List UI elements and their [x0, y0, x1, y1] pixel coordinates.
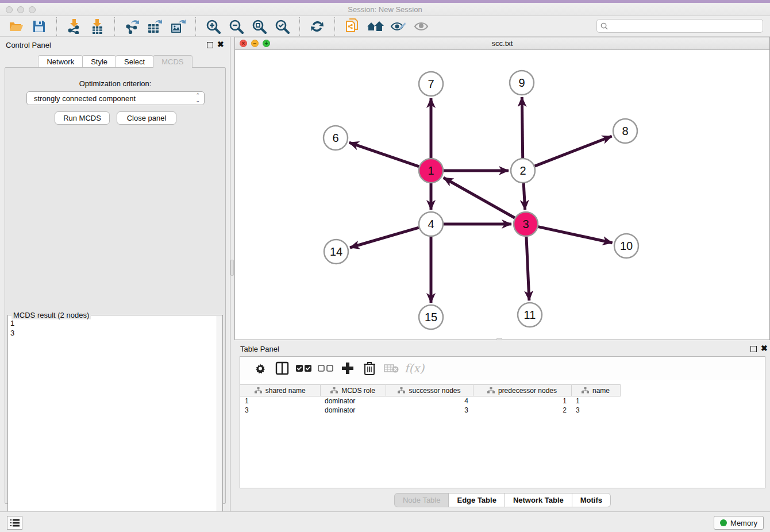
close-window-button[interactable] [6, 6, 13, 13]
edge-3-1[interactable] [444, 178, 515, 218]
network-maximize-icon[interactable]: + [263, 40, 270, 47]
network-minimize-icon[interactable]: − [251, 40, 259, 47]
toolbar-separator [299, 17, 300, 36]
export-table-icon[interactable] [144, 17, 167, 36]
node-15[interactable]: 15 [419, 305, 443, 329]
home-networks-icon[interactable] [364, 17, 387, 36]
node-4[interactable]: 4 [419, 212, 443, 236]
edge-2-9[interactable] [522, 97, 522, 158]
node-7[interactable]: 7 [419, 72, 443, 96]
table-cell[interactable]: 4 [386, 396, 473, 406]
network-close-icon[interactable]: × [240, 40, 247, 47]
network-window-titlebar[interactable]: × − + scc.txt [235, 37, 769, 50]
table-cell[interactable]: dominator [320, 406, 386, 415]
deselect-all-icon[interactable] [315, 359, 337, 377]
column-header-shared-name[interactable]: shared name [240, 385, 320, 396]
node-table[interactable]: shared nameMCDS rolesuccessor nodesprede… [240, 384, 621, 415]
node-1[interactable]: 1 [419, 159, 443, 183]
node-11[interactable]: 11 [518, 303, 542, 327]
tab-edge-table[interactable]: Edge Table [448, 493, 505, 507]
table-cell[interactable]: 3 [386, 406, 473, 415]
optimization-criterion-label: Optimization criterion: [5, 79, 225, 88]
edge-3-11[interactable] [526, 237, 529, 300]
export-image-icon[interactable] [167, 17, 190, 36]
column-header-successor-nodes[interactable]: successor nodes [386, 385, 473, 396]
export-network-icon[interactable] [121, 17, 144, 36]
table-cell[interactable]: 1 [473, 396, 571, 406]
result-scrollbar[interactable] [217, 316, 222, 532]
vertical-splitter-handle[interactable] [230, 260, 234, 276]
svg-text:9: 9 [518, 76, 525, 89]
zoom-window-button[interactable] [29, 6, 36, 13]
hierarchy-icon [255, 387, 262, 394]
table-cell[interactable]: dominator [320, 396, 386, 406]
table-cell[interactable]: 3 [571, 406, 620, 415]
criterion-value: strongly connected component [34, 94, 136, 103]
edge-2-8[interactable] [535, 136, 612, 166]
float-table-panel-icon[interactable] [750, 346, 757, 352]
zoom-in-icon[interactable] [202, 17, 225, 36]
close-panel-button[interactable]: Close panel [117, 111, 176, 125]
criterion-dropdown[interactable]: strongly connected component ⌃⌄ [26, 91, 205, 105]
node-14[interactable]: 14 [324, 240, 348, 264]
memory-button[interactable]: Memory [714, 516, 764, 530]
table-cell[interactable]: 2 [473, 406, 571, 415]
split-columns-icon[interactable] [271, 359, 293, 377]
zoom-selected-icon[interactable] [271, 17, 294, 36]
edge-3-10[interactable] [538, 227, 612, 243]
table-cell[interactable]: 1 [240, 396, 320, 406]
node-8[interactable]: 8 [613, 119, 637, 143]
node-10[interactable]: 10 [614, 234, 638, 258]
run-mcds-button[interactable]: Run MCDS [55, 111, 110, 125]
delete-table-icon[interactable] [380, 359, 402, 377]
import-table-icon[interactable] [86, 17, 109, 36]
edge-1-6[interactable] [349, 142, 419, 167]
close-panel-icon[interactable]: ✖ [217, 40, 224, 48]
save-icon[interactable] [28, 17, 51, 36]
memory-status-icon [720, 519, 727, 526]
table-cell[interactable]: 3 [240, 406, 320, 415]
table-row[interactable]: 3dominator323 [240, 406, 620, 415]
tab-motifs[interactable]: Motifs [572, 493, 611, 507]
close-table-panel-icon[interactable]: ✖ [761, 344, 768, 352]
tab-network[interactable]: Network [38, 55, 83, 68]
tab-select[interactable]: Select [116, 55, 153, 68]
column-header-MCDS-role[interactable]: MCDS role [320, 385, 386, 396]
svg-text:11: 11 [524, 309, 536, 321]
hide-details-icon[interactable] [387, 17, 410, 36]
node-9[interactable]: 9 [510, 71, 534, 95]
column-header-name[interactable]: name [571, 385, 620, 396]
zoom-fit-icon[interactable] [248, 17, 271, 36]
search-input[interactable] [611, 22, 759, 30]
table-row[interactable]: 1dominator411 [240, 396, 620, 406]
show-details-icon[interactable] [410, 17, 433, 36]
tab-mcds[interactable]: MCDS [153, 55, 192, 68]
edge-4-14[interactable] [350, 228, 419, 248]
control-panel-title: Control Panel [6, 41, 51, 49]
zoom-out-icon[interactable] [225, 17, 248, 36]
minimize-window-button[interactable] [17, 6, 24, 13]
node-6[interactable]: 6 [324, 126, 348, 150]
node-2[interactable]: 2 [511, 159, 535, 183]
edge-2-3[interactable] [523, 183, 525, 210]
column-header-predecessor-nodes[interactable]: predecessor nodes [473, 385, 571, 396]
import-network-icon[interactable] [63, 17, 86, 36]
add-icon[interactable] [337, 359, 359, 377]
open-folder-icon[interactable] [5, 17, 28, 36]
node-3[interactable]: 3 [514, 212, 538, 236]
tab-node-table[interactable]: Node Table [394, 493, 449, 507]
network-canvas[interactable]: 7968124314101511 [235, 50, 769, 340]
table-cell[interactable]: 1 [571, 396, 620, 406]
network-from-file-icon[interactable] [341, 17, 364, 36]
float-panel-icon[interactable] [207, 42, 213, 48]
select-all-icon[interactable] [293, 359, 315, 377]
function-builder-icon[interactable]: f(x) [405, 361, 424, 375]
gear-icon[interactable] [249, 359, 271, 377]
svg-text:15: 15 [425, 311, 437, 323]
svg-text:10: 10 [620, 240, 633, 252]
refresh-icon[interactable] [306, 17, 329, 36]
delete-icon[interactable] [359, 359, 380, 377]
tab-network-table[interactable]: Network Table [505, 493, 572, 507]
tab-style[interactable]: Style [82, 55, 116, 68]
task-history-button[interactable] [7, 516, 22, 530]
